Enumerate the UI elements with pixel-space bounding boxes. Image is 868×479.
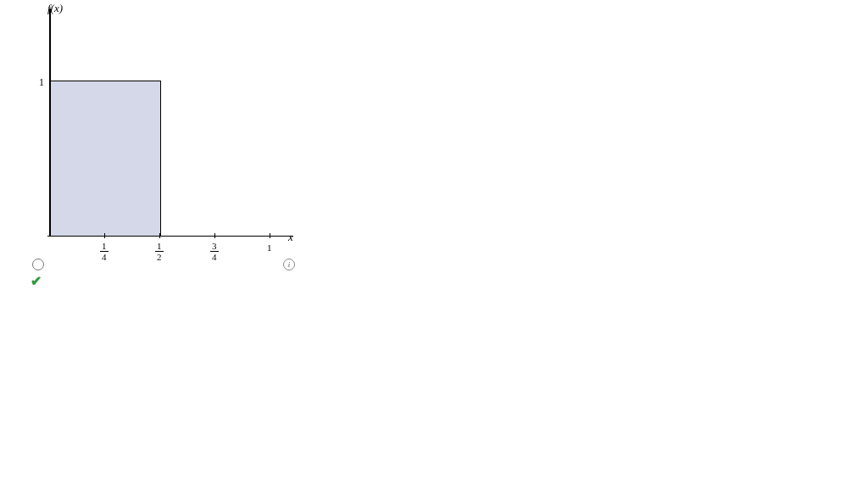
shaded-rectangle (51, 81, 161, 236)
x-tick-label-1-2: 1 2 (155, 241, 164, 262)
x-tick (214, 233, 215, 238)
graph-option-radio[interactable] (32, 259, 44, 273)
x-axis (47, 236, 293, 237)
check-icon: ✔ (31, 273, 42, 289)
x-tick (270, 233, 270, 238)
x-tick (159, 233, 160, 238)
x-tick (104, 233, 105, 238)
x-tick-label-3-4: 3 4 (210, 241, 219, 262)
x-tick-label-1-4: 1 4 (100, 241, 108, 262)
x-axis-label: x (288, 231, 293, 244)
info-icon[interactable]: i (283, 259, 295, 270)
y-tick-1: 1 (39, 76, 44, 89)
radio-input[interactable] (32, 259, 44, 270)
x-tick-label-1: 1 (267, 242, 272, 253)
pdf-graph: f(x) 1 x 1 4 1 2 3 4 1 ✔ i (17, 0, 305, 263)
